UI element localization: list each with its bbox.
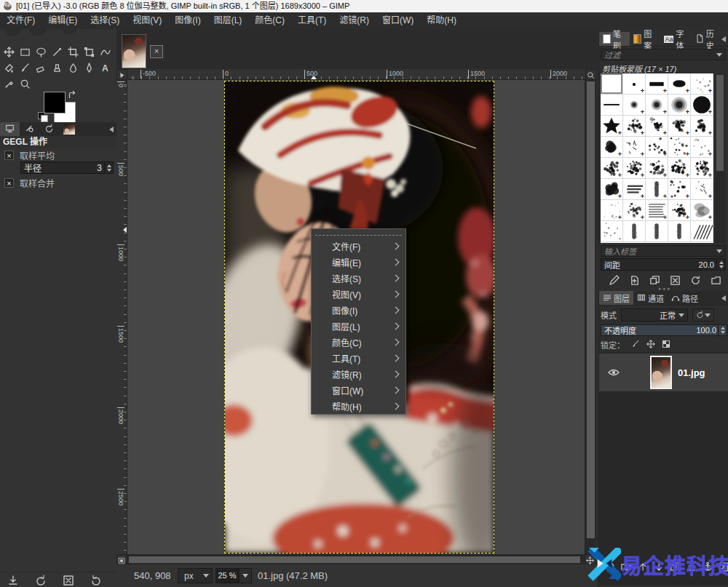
close-image-icon[interactable]: ×: [150, 45, 163, 58]
menubar-item-6[interactable]: 图层(L): [207, 12, 249, 29]
brush-grid-scrollbar[interactable]: [715, 73, 725, 243]
quick-mask-button[interactable]: [116, 554, 127, 564]
tab-tool-options[interactable]: [0, 122, 20, 136]
lock-pixels-icon[interactable]: [631, 340, 640, 350]
context-menu-item[interactable]: 颜色(C): [312, 334, 405, 350]
tab-brushes[interactable]: 笔刷: [599, 32, 630, 46]
context-menu-item[interactable]: 滤镜(R): [312, 366, 405, 382]
horizontal-scrollbar-thumb[interactable]: [129, 556, 580, 563]
bucket-fill-tool[interactable]: [1, 60, 17, 76]
brush-vsmudge[interactable]: +: [646, 179, 668, 200]
clone-tool[interactable]: [49, 60, 65, 76]
export-button[interactable]: [7, 575, 19, 586]
brush-hlines[interactable]: +: [646, 200, 668, 221]
brush-soft2[interactable]: +: [646, 95, 668, 116]
brush-scatter[interactable]: +: [668, 179, 691, 200]
tab-undo-history[interactable]: [39, 122, 59, 136]
context-menu-item[interactable]: 编辑(E): [312, 254, 405, 270]
zoom-level-field[interactable]: 25 %: [215, 568, 239, 583]
tear-off-line[interactable]: [315, 231, 402, 236]
radius-spinner[interactable]: [104, 162, 113, 173]
brush-splat[interactable]: +: [691, 116, 713, 137]
swap-colors-icon[interactable]: [67, 90, 77, 100]
visibility-eye-icon[interactable]: [608, 367, 620, 378]
scrollbar-thumb[interactable]: [716, 75, 724, 171]
brush-twigs[interactable]: +: [691, 179, 713, 200]
rect-select-tool[interactable]: [17, 44, 33, 60]
ruler-corner-button[interactable]: [116, 69, 127, 80]
brush-ring[interactable]: +: [623, 158, 646, 179]
mode-switch-button[interactable]: [692, 308, 714, 322]
brush-vsmudge[interactable]: [668, 221, 691, 242]
opacity-slider[interactable]: 不透明度 100.0: [601, 324, 727, 336]
tab-paths[interactable]: 路径: [668, 291, 702, 305]
undo-button[interactable]: [35, 575, 47, 586]
vertical-ruler[interactable]: 05001000150020002500: [116, 80, 127, 554]
dock-menu-icon[interactable]: [109, 127, 114, 132]
menubar-item-5[interactable]: 图像(I): [168, 12, 207, 29]
menubar-item-9[interactable]: 滤镜(R): [333, 12, 376, 29]
lock-position-icon[interactable]: [646, 340, 655, 350]
tab-layers[interactable]: 图层: [599, 291, 633, 305]
context-menu-item[interactable]: 图层(L): [312, 318, 405, 334]
color-picker-tool[interactable]: [1, 76, 17, 92]
vertical-scrollbar[interactable]: [585, 80, 596, 554]
menubar-item-1[interactable]: 文件(F): [0, 12, 41, 29]
brush-ring[interactable]: +: [601, 158, 623, 179]
brush-clipboard[interactable]: [601, 73, 623, 95]
brush-splat[interactable]: +: [668, 200, 691, 221]
brush-ell[interactable]: +: [668, 73, 691, 95]
brush-blob[interactable]: +: [601, 137, 623, 158]
spacing-spinner[interactable]: [716, 259, 725, 270]
ink-tool[interactable]: [81, 60, 97, 76]
radius-spinbox[interactable]: 半径 3: [20, 161, 114, 174]
move-tool[interactable]: [1, 44, 17, 60]
brush-star[interactable]: +: [601, 116, 623, 137]
brush-ring[interactable]: +: [691, 158, 713, 179]
brush-sparse[interactable]: +: [691, 73, 713, 95]
vertical-scrollbar-thumb[interactable]: [587, 81, 595, 538]
brush-soft1[interactable]: +: [623, 95, 646, 116]
context-menu-item[interactable]: 选择(S): [312, 270, 405, 286]
brush-stroke[interactable]: +: [623, 179, 646, 200]
brush-splat[interactable]: +: [646, 116, 668, 137]
brush-line[interactable]: [601, 95, 623, 116]
tab-image-thumbnail[interactable]: [59, 122, 79, 136]
delete-brush-button[interactable]: [670, 275, 681, 286]
brush-soft3[interactable]: +: [668, 95, 691, 116]
duplicate-brush-button[interactable]: [649, 275, 660, 286]
brush-vsmudge[interactable]: [623, 221, 646, 242]
refresh-brushes-button[interactable]: [690, 275, 701, 286]
menubar-item-7[interactable]: 颜色(C): [248, 12, 291, 29]
default-colors-icon[interactable]: [38, 112, 47, 121]
context-menu-item[interactable]: 图像(I): [312, 302, 405, 318]
unit-dropdown[interactable]: px: [178, 568, 213, 583]
crop-tool[interactable]: [65, 44, 81, 60]
menubar-item-4[interactable]: 视图(V): [126, 12, 168, 29]
brush-smoke[interactable]: +: [691, 200, 713, 221]
brush-sparse[interactable]: +: [601, 200, 623, 221]
brush-twigs[interactable]: +: [623, 137, 646, 158]
brush-tag-input[interactable]: 输入标签: [601, 245, 726, 257]
free-select-tool[interactable]: [33, 44, 49, 60]
eraser-tool[interactable]: [33, 60, 49, 76]
brush-diag[interactable]: [691, 221, 713, 242]
foreground-color-swatch[interactable]: [44, 92, 66, 113]
brush-filter-input[interactable]: 过滤: [601, 49, 726, 60]
brush-blob[interactable]: +: [601, 179, 623, 200]
brush-splat[interactable]: +: [623, 200, 646, 221]
horizontal-ruler[interactable]: -5000500100015002000: [127, 69, 585, 80]
tab-device-status[interactable]: [20, 122, 39, 136]
image-tab-thumbnail[interactable]: [122, 34, 146, 68]
open-brush-button[interactable]: [711, 275, 721, 286]
layer-row[interactable]: 01.jpg: [599, 354, 728, 391]
menubar-item-3[interactable]: 选择(S): [84, 12, 126, 29]
zoom-image-button[interactable]: [585, 69, 597, 80]
opacity-spinner[interactable]: [718, 325, 727, 336]
brush-splat[interactable]: +: [623, 116, 646, 137]
tab-history[interactable]: 历史: [692, 32, 721, 46]
spacing-spinbox[interactable]: 间距 20.0: [601, 258, 726, 271]
text-tool[interactable]: A: [97, 60, 113, 76]
brush-sparse[interactable]: +: [691, 137, 713, 158]
mode-dropdown[interactable]: 正常: [621, 308, 688, 322]
